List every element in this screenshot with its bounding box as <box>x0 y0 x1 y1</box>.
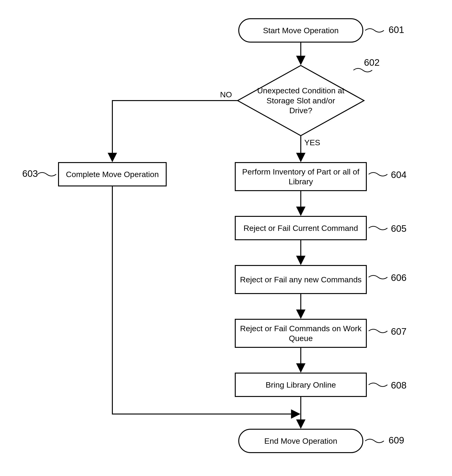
svg-rect-4 <box>59 163 166 186</box>
edge-label-yes: YES <box>304 138 320 147</box>
ref-608: 608 <box>391 380 407 391</box>
svg-rect-9 <box>235 266 366 293</box>
ref-606: 606 <box>391 273 407 283</box>
edge-label-no: NO <box>220 90 232 99</box>
ref-607: 607 <box>391 326 407 337</box>
svg-marker-2 <box>238 65 364 136</box>
ref-602: 602 <box>364 57 380 68</box>
ref-605: 605 <box>391 223 407 234</box>
ref-601: 601 <box>389 25 404 35</box>
svg-rect-11 <box>235 319 366 347</box>
svg-rect-13 <box>235 373 366 397</box>
ref-604: 604 <box>391 170 407 180</box>
svg-rect-0 <box>239 19 363 42</box>
flowchart-canvas <box>0 0 452 476</box>
ref-603: 603 <box>22 168 38 179</box>
svg-rect-7 <box>235 216 366 240</box>
svg-rect-5 <box>235 163 366 191</box>
ref-609: 609 <box>389 435 404 446</box>
svg-rect-15 <box>239 429 363 453</box>
